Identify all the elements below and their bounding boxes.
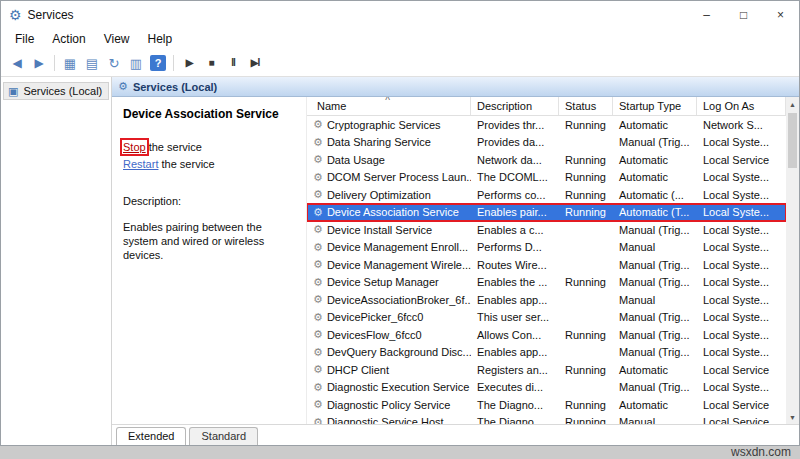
column-header-description[interactable]: Description (471, 97, 559, 115)
table-row[interactable]: ⚙DevQuery Background Disc...Enables app.… (307, 344, 786, 362)
vertical-scrollbar[interactable]: ▲ ▼ (786, 97, 799, 424)
table-row[interactable]: ⚙Device Association ServiceEnables pair.… (307, 204, 786, 222)
tab-extended[interactable]: Extended (116, 427, 186, 445)
services-table: Name ^ Description Status Startup Type L… (307, 97, 799, 424)
services-node-icon: ▣ (8, 86, 18, 97)
service-action-links: Stop the service Restart the service (123, 139, 298, 173)
refresh-icon[interactable]: ↻ (103, 53, 125, 73)
table-header-row: Name ^ Description Status Startup Type L… (307, 97, 799, 116)
column-header-name[interactable]: Name ^ (307, 97, 471, 115)
service-status-cell: Running (559, 116, 613, 134)
service-gear-icon: ⚙ (313, 347, 323, 358)
service-description-cell: Executes di... (471, 379, 559, 397)
service-name-cell: ⚙DevicesFlow_6fcc0 (307, 326, 471, 344)
service-description-cell: Enables pair... (471, 204, 559, 222)
table-row[interactable]: ⚙Device Setup ManagerEnables the ...Runn… (307, 274, 786, 292)
service-name-text: Data Usage (327, 154, 385, 166)
column-header-log-on-as[interactable]: Log On As (697, 97, 786, 115)
service-logon-cell: Network S... (697, 116, 786, 134)
table-row[interactable]: ⚙Data UsageNetwork da...RunningAutomatic… (307, 151, 786, 169)
service-status-cell: Running (559, 361, 613, 379)
service-status-cell: Running (559, 186, 613, 204)
close-button[interactable]: × (762, 1, 799, 28)
service-description-cell: The DCOML... (471, 169, 559, 187)
properties-icon[interactable]: ▤ (81, 53, 103, 73)
service-name-text: DevQuery Background Disc... (327, 346, 471, 358)
service-name-text: DHCP Client (327, 364, 389, 376)
table-row[interactable]: ⚙Cryptographic ServicesProvides thr...Ru… (307, 116, 786, 134)
tab-standard[interactable]: Standard (189, 427, 258, 445)
stop-service-icon[interactable]: ■ (200, 53, 222, 73)
service-name-cell: ⚙Device Install Service (307, 221, 471, 239)
service-status-cell (559, 256, 613, 274)
service-logon-cell: Local Syste... (697, 221, 786, 239)
service-logon-cell: Local Syste... (697, 239, 786, 257)
scrollbar-thumb[interactable] (788, 113, 797, 168)
stop-line-rest: the service (146, 141, 202, 153)
table-row[interactable]: ⚙Diagnostic Service HostThe Diagno...Run… (307, 414, 786, 425)
service-startup-cell: Automatic (613, 151, 697, 169)
panel-header-label: Services (Local) (133, 81, 217, 93)
service-name-cell: ⚙DevQuery Background Disc... (307, 344, 471, 362)
service-description-cell: Enables app... (471, 344, 559, 362)
table-row[interactable]: ⚙Device Management Wirele...Routes Wire.… (307, 256, 786, 274)
column-header-startup-type[interactable]: Startup Type (613, 97, 697, 115)
restart-service-icon[interactable]: ▶I (244, 53, 266, 73)
service-gear-icon: ⚙ (313, 382, 323, 393)
service-logon-cell: Local Syste... (697, 274, 786, 292)
forward-icon[interactable]: ▶ (28, 53, 50, 73)
service-logon-cell: Local Syste... (697, 256, 786, 274)
export-list-icon[interactable]: ▥ (125, 53, 147, 73)
table-row[interactable]: ⚙DHCP ClientRegisters an...RunningAutoma… (307, 361, 786, 379)
window-title: Services (28, 8, 74, 22)
column-header-status[interactable]: Status (559, 97, 613, 115)
column-header-description-label: Description (477, 100, 532, 112)
service-status-cell (559, 379, 613, 397)
service-logon-cell: Local Syste... (697, 309, 786, 327)
table-row[interactable]: ⚙DevicesFlow_6fcc0Allows Con...RunningMa… (307, 326, 786, 344)
table-row[interactable]: ⚙DevicePicker_6fcc0This user ser...Manua… (307, 309, 786, 327)
menu-item-help[interactable]: Help (139, 32, 182, 46)
service-name-text: Delivery Optimization (327, 189, 431, 201)
view-tabbar: ExtendedStandard (112, 424, 799, 445)
menu-item-file[interactable]: File (6, 32, 43, 46)
start-service-icon[interactable]: ▶ (178, 53, 200, 73)
service-name-text: DeviceAssociationBroker_6f... (327, 294, 471, 306)
table-row[interactable]: ⚙Delivery OptimizationPerforms co...Runn… (307, 186, 786, 204)
menu-item-view[interactable]: View (95, 32, 139, 46)
restart-service-link[interactable]: Restart (123, 158, 158, 170)
table-row[interactable]: ⚙DeviceAssociationBroker_6f...Enables ap… (307, 291, 786, 309)
column-header-name-label: Name (317, 100, 346, 112)
back-icon[interactable]: ◀ (6, 53, 28, 73)
table-row[interactable]: ⚙Diagnostic Policy ServiceThe Diagno...R… (307, 396, 786, 414)
table-row[interactable]: ⚙Device Install ServiceEnables a c...Man… (307, 221, 786, 239)
service-status-cell: Running (559, 204, 613, 222)
service-name-cell: ⚙DeviceAssociationBroker_6f... (307, 291, 471, 309)
table-row[interactable]: ⚙Data Sharing ServiceProvides da...Manua… (307, 134, 786, 152)
minimize-button[interactable]: – (688, 1, 725, 28)
service-logon-cell: Local Syste... (697, 326, 786, 344)
scroll-down-icon[interactable]: ▼ (786, 410, 799, 424)
stop-service-link[interactable]: Stop (123, 141, 146, 153)
service-gear-icon: ⚙ (313, 189, 323, 200)
menu-item-action[interactable]: Action (43, 32, 94, 46)
service-startup-cell: Manual (Trig... (613, 221, 697, 239)
service-startup-cell: Manual (613, 239, 697, 257)
help-icon[interactable]: ? (150, 55, 166, 71)
pause-service-icon[interactable]: II (222, 53, 244, 73)
service-description-cell: Provides thr... (471, 116, 559, 134)
tree-node-services-local[interactable]: ▣ Services (Local) (3, 82, 109, 100)
service-gear-icon: ⚙ (313, 154, 323, 165)
service-name-cell: ⚙DCOM Server Process Laun... (307, 169, 471, 187)
table-row[interactable]: ⚙Diagnostic Execution ServiceExecutes di… (307, 379, 786, 397)
table-row[interactable]: ⚙DCOM Server Process Laun...The DCOML...… (307, 169, 786, 187)
service-status-cell (559, 221, 613, 239)
service-gear-icon: ⚙ (313, 277, 323, 288)
maximize-button[interactable]: □ (725, 1, 762, 28)
table-row[interactable]: ⚙Device Management Enroll...Performs D..… (307, 239, 786, 257)
service-description-cell: Performs co... (471, 186, 559, 204)
service-status-cell (559, 309, 613, 327)
title-bar[interactable]: ⚙ Services – □ × (1, 1, 799, 28)
show-console-tree-icon[interactable]: ▦ (59, 53, 81, 73)
scroll-up-icon[interactable]: ▲ (786, 97, 799, 111)
